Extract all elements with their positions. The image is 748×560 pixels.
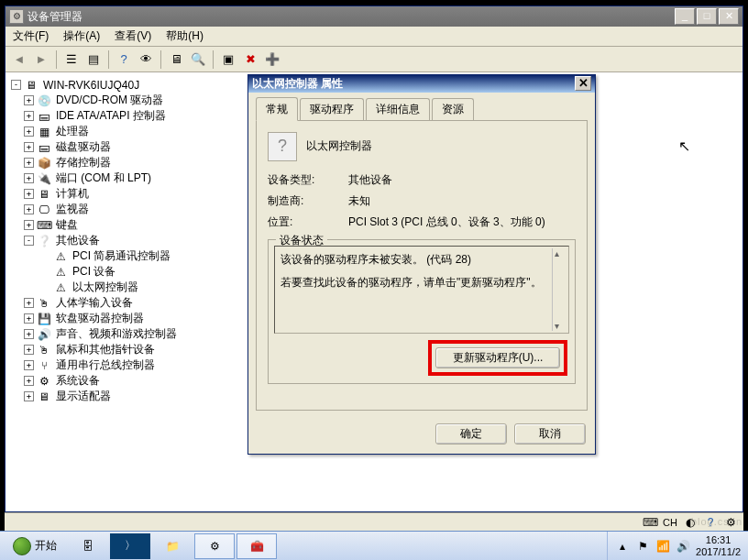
expand-toggle[interactable]: + (24, 220, 34, 230)
menu-view[interactable]: 查看(V) (107, 27, 159, 46)
dialog-title: 以太网控制器 属性 (252, 76, 343, 92)
update-driver-icon[interactable]: ▣ (218, 49, 238, 70)
menu-action[interactable]: 操作(A) (56, 27, 107, 46)
expand-toggle[interactable]: - (24, 236, 34, 246)
tray-flag-icon[interactable]: ⚑ (635, 539, 650, 554)
status-fieldset: 设备状态 该设备的驱动程序未被安装。 (代码 28) 若要查找此设备的驱动程序，… (268, 239, 576, 384)
minimize-button[interactable]: _ (675, 8, 695, 25)
tree-node[interactable]: 显示适配器 (54, 388, 113, 405)
enable-icon[interactable]: ➕ (262, 49, 282, 70)
expand-toggle[interactable]: + (24, 158, 34, 168)
start-button[interactable]: 开始 (4, 533, 66, 559)
tab-panel-general: ? 以太网控制器 设备类型:其他设备 制造商:未知 位置:PCI Slot 3 … (256, 120, 588, 411)
task-powershell[interactable]: 〉 (110, 533, 150, 559)
expand-toggle[interactable]: + (24, 126, 34, 137)
ide-icon: 🖴 (37, 109, 51, 124)
computer-icon[interactable]: 🖥 (166, 49, 186, 70)
hdd-icon: 🖴 (37, 140, 51, 155)
expand-toggle[interactable]: - (11, 80, 21, 90)
expand-toggle[interactable]: + (24, 298, 34, 308)
cpu-icon: ▦ (37, 125, 51, 139)
view-tree-icon[interactable]: ☰ (61, 49, 82, 70)
cancel-button[interactable]: 取消 (514, 423, 586, 445)
task-toolbox[interactable]: 🧰 (236, 533, 277, 559)
tray-sound-icon[interactable]: 🔊 (676, 539, 690, 554)
system-icon: ⚙ (37, 374, 51, 389)
showhide-icon[interactable]: 👁 (136, 49, 156, 70)
dialog-tabs: 常规 驱动程序 详细信息 资源 (248, 93, 595, 120)
taskbar: 开始 🗄 〉 📁 ⚙ 🧰 ▴ ⚑ 📶 🔊 16:31 2017/11/2 (0, 531, 748, 560)
menu-help[interactable]: 帮助(H) (159, 27, 211, 46)
scan-hw-icon[interactable]: 🔍 (188, 49, 208, 70)
ok-button[interactable]: 确定 (435, 423, 507, 445)
app-icon: ⚙ (9, 9, 24, 24)
device-name: 以太网控制器 (306, 138, 372, 154)
forward-icon[interactable]: ► (31, 49, 51, 70)
label-type: 设备类型: (268, 172, 348, 188)
titlebar[interactable]: ⚙ 设备管理器 _ □ ✕ (6, 6, 742, 27)
task-explorer[interactable]: 📁 (152, 533, 192, 559)
scrollbar[interactable] (552, 248, 566, 331)
uninstall-icon[interactable]: ✖ (240, 49, 260, 70)
menubar: 文件(F) 操作(A) 查看(V) 帮助(H) (6, 27, 742, 47)
highlight-box: 更新驱动程序(U)... (428, 340, 567, 376)
mouse-icon: 🖱 (37, 343, 51, 357)
update-driver-button[interactable]: 更新驱动程序(U)... (435, 347, 560, 368)
expand-toggle[interactable]: + (24, 360, 34, 370)
close-button[interactable]: ✕ (719, 8, 739, 25)
display-icon: 🖥 (37, 390, 51, 404)
port-icon: 🔌 (37, 171, 51, 186)
expand-toggle[interactable]: + (24, 313, 34, 324)
separator (108, 50, 109, 69)
clock[interactable]: 16:31 2017/11/2 (696, 534, 741, 556)
label-mfr: 制造商: (268, 193, 348, 209)
dialog-titlebar[interactable]: 以太网控制器 属性 ✕ (248, 75, 595, 93)
maximize-button[interactable]: □ (697, 8, 717, 25)
label-location: 位置: (268, 214, 348, 230)
task-device-manager[interactable]: ⚙ (194, 533, 235, 559)
monitor-icon: 🖵 (37, 203, 51, 217)
clock-date: 2017/11/2 (696, 546, 741, 557)
menu-file[interactable]: 文件(F) (6, 27, 56, 46)
help-toolbar-icon[interactable]: ? (114, 49, 134, 70)
tree-root[interactable]: WIN-RVK6IUJQ40J (41, 78, 141, 93)
device-big-icon: ? (268, 132, 297, 161)
statusbar: ⌨ CH ◐ ? ⚙ (5, 512, 743, 531)
separator (160, 50, 161, 69)
properties-icon[interactable]: ▤ (83, 49, 104, 70)
ime-lang[interactable]: CH (663, 517, 677, 528)
status-line-2: 若要查找此设备的驱动程序，请单击"更新驱动程序"。 (280, 275, 563, 291)
tray-network-icon[interactable]: 📶 (655, 539, 670, 554)
expand-toggle[interactable]: + (24, 189, 34, 199)
hid-icon: 🖱 (37, 296, 51, 311)
value-location: PCI Slot 3 (PCI 总线 0、设备 3、功能 0) (348, 214, 576, 230)
warn-icon: ⚠ (53, 280, 68, 295)
expand-toggle[interactable]: + (24, 95, 34, 105)
status-textbox[interactable]: 该设备的驱动程序未被安装。 (代码 28) 若要查找此设备的驱动程序，请单击"更… (274, 246, 569, 334)
clock-time: 16:31 (696, 534, 741, 545)
expand-toggle[interactable]: + (24, 329, 34, 339)
expand-toggle[interactable]: + (24, 345, 34, 355)
expand-toggle[interactable]: + (24, 142, 34, 152)
tab-resources[interactable]: 资源 (432, 98, 474, 120)
dialog-close-button[interactable]: ✕ (575, 76, 591, 91)
expand-toggle[interactable]: + (24, 111, 34, 121)
keyboard-icon: ⌨ (37, 218, 51, 233)
expand-toggle[interactable]: + (24, 204, 34, 214)
start-label: 开始 (35, 538, 57, 554)
ime-icon[interactable]: ⌨ (643, 515, 657, 530)
expand-toggle[interactable]: + (24, 173, 34, 183)
task-server-manager[interactable]: 🗄 (68, 533, 108, 559)
expand-toggle[interactable]: + (24, 391, 34, 401)
value-mfr: 未知 (348, 193, 576, 209)
disc-icon: 💿 (37, 93, 51, 108)
back-icon[interactable]: ◄ (9, 49, 29, 70)
toolbar: ◄ ► ☰ ▤ ? 👁 🖥 🔍 ▣ ✖ ➕ (6, 47, 742, 72)
tab-driver[interactable]: 驱动程序 (300, 98, 364, 120)
tab-details[interactable]: 详细信息 (366, 98, 430, 120)
expand-toggle[interactable]: + (24, 376, 34, 386)
system-tray: ▴ ⚑ 📶 🔊 16:31 2017/11/2 (607, 532, 748, 560)
warn-icon: ⚠ (53, 249, 68, 264)
tray-expand-icon[interactable]: ▴ (615, 539, 630, 554)
tab-general[interactable]: 常规 (256, 97, 298, 121)
